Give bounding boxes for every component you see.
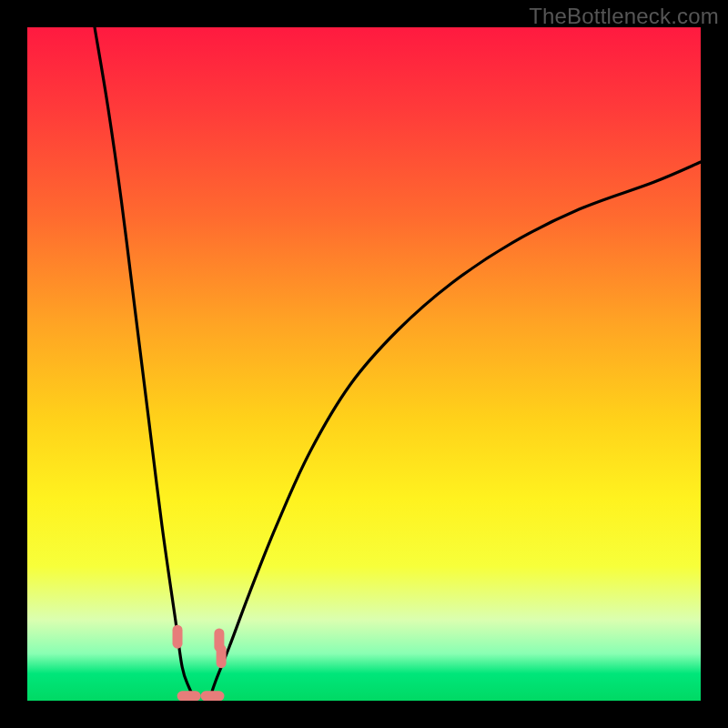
chart-frame: TheBottleneck.com [0,0,728,728]
dot-marker [173,625,183,649]
dot-marker [201,691,225,701]
dot-marker [177,691,201,701]
plot-area [27,27,701,701]
dot-marker [217,644,227,668]
curve-layer [27,27,701,701]
curve-right-branch [209,162,701,701]
curve-left-branch [95,27,196,701]
watermark-text: TheBottleneck.com [529,4,719,29]
